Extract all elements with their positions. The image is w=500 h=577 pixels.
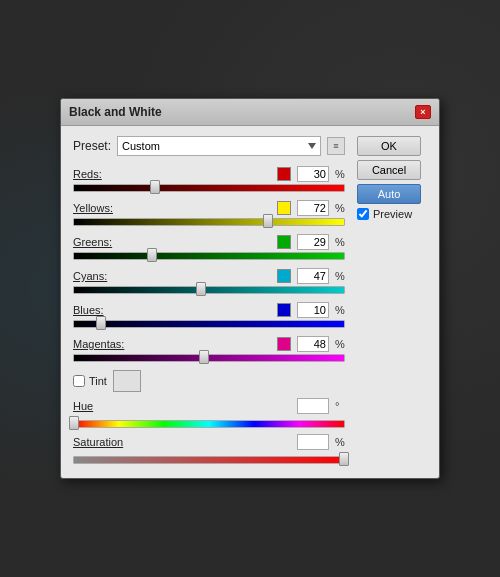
yellows-row: Yellows:% [73,200,345,226]
magentas-row: Magentas:% [73,336,345,362]
greens-input[interactable] [297,234,329,250]
blues-input[interactable] [297,302,329,318]
greens-swatch [277,235,291,249]
greens-label[interactable]: Greens: [73,236,133,248]
saturation-slider-thumb[interactable] [339,452,349,466]
blues-pct: % [335,304,345,316]
magentas-slider-track[interactable] [73,354,345,362]
tint-label: Tint [89,375,107,387]
reds-swatch [277,167,291,181]
blues-label[interactable]: Blues: [73,304,133,316]
saturation-row: Saturation % [73,434,345,450]
tint-row: Tint [73,370,345,392]
reds-row: Reds:% [73,166,345,192]
magentas-pct: % [335,338,345,350]
cyans-label[interactable]: Cyans: [73,270,133,282]
cyans-pct: % [335,270,345,282]
yellows-label[interactable]: Yellows: [73,202,133,214]
right-panel: OK Cancel Auto Preview [357,136,427,466]
yellows-swatch [277,201,291,215]
reds-slider-track[interactable] [73,184,345,192]
greens-slider-thumb[interactable] [147,248,157,262]
saturation-slider-track[interactable] [73,456,345,464]
color-rows: Reds:%Yellows:%Greens:%Cyans:%Blues:%Mag… [73,166,345,362]
blues-slider-thumb[interactable] [96,316,106,330]
blues-row: Blues:% [73,302,345,328]
reds-label[interactable]: Reds: [73,168,133,180]
blues-swatch [277,303,291,317]
yellows-input[interactable] [297,200,329,216]
dialog-title: Black and White [69,105,162,119]
blues-slider-track[interactable] [73,320,345,328]
cyans-row: Cyans:% [73,268,345,294]
black-and-white-dialog: Black and White × Preset: Custom ≡ Reds:… [60,98,440,479]
reds-pct: % [335,168,345,180]
saturation-input[interactable] [297,434,329,450]
cancel-button[interactable]: Cancel [357,160,421,180]
hue-slider-thumb[interactable] [69,416,79,430]
magentas-swatch [277,337,291,351]
preset-settings-icon[interactable]: ≡ [327,137,345,155]
yellows-pct: % [335,202,345,214]
reds-slider-thumb[interactable] [150,180,160,194]
greens-row: Greens:% [73,234,345,260]
reds-input[interactable] [297,166,329,182]
preset-row: Preset: Custom ≡ [73,136,345,156]
cyans-swatch [277,269,291,283]
cyans-slider-track[interactable] [73,286,345,294]
preview-checkbox[interactable] [357,208,369,220]
yellows-slider-thumb[interactable] [263,214,273,228]
hue-input[interactable] [297,398,329,414]
saturation-unit: % [335,436,345,448]
saturation-label: Saturation [73,436,133,448]
preset-dropdown[interactable]: Custom [117,136,321,156]
close-button[interactable]: × [415,105,431,119]
magentas-input[interactable] [297,336,329,352]
greens-slider-track[interactable] [73,252,345,260]
auto-button[interactable]: Auto [357,184,421,204]
preset-label: Preset: [73,139,111,153]
preview-label: Preview [373,208,412,220]
cyans-slider-thumb[interactable] [196,282,206,296]
hue-slider-track[interactable] [73,420,345,428]
preview-row: Preview [357,208,427,220]
magentas-slider-thumb[interactable] [199,350,209,364]
titlebar: Black and White × [61,99,439,126]
hue-unit: ° [335,400,345,412]
tint-checkbox[interactable] [73,375,85,387]
cyans-input[interactable] [297,268,329,284]
hue-row: Hue ° [73,398,345,414]
magentas-label[interactable]: Magentas: [73,338,133,350]
tint-swatch[interactable] [113,370,141,392]
yellows-slider-track[interactable] [73,218,345,226]
greens-pct: % [335,236,345,248]
dialog-body: Preset: Custom ≡ Reds:%Yellows:%Greens:%… [61,126,439,478]
tint-checkbox-label[interactable]: Tint [73,375,107,387]
hue-label: Hue [73,400,133,412]
ok-button[interactable]: OK [357,136,421,156]
left-panel: Preset: Custom ≡ Reds:%Yellows:%Greens:%… [73,136,345,466]
